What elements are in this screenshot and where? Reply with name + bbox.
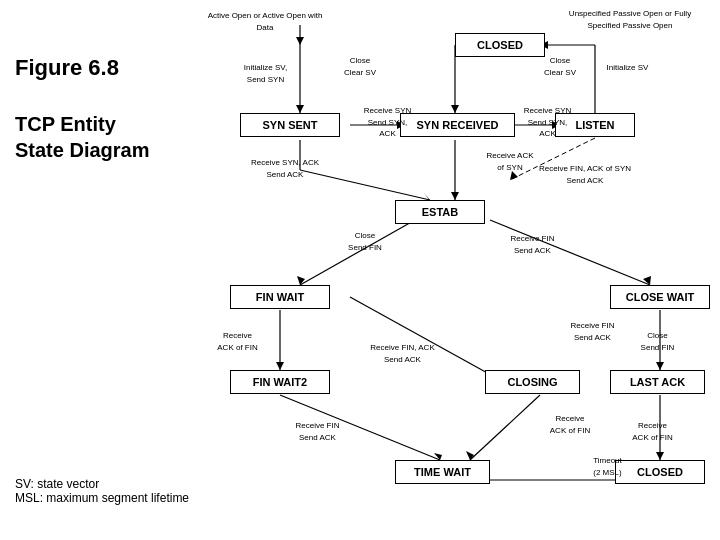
state-last-ack: LAST ACK [610,370,705,394]
svg-marker-28 [434,453,442,460]
diagram-area: CLOSED SYN SENT SYN RECEIVED LISTEN ESTA… [200,5,710,535]
label-init-sv-right: Initialize SV [590,62,665,74]
label-close-send-fin-right: CloseSend FIN [625,330,690,353]
state-syn-sent: SYN SENT [240,113,340,137]
label-receive-fin-ack-of-syn: Receive FIN, ACK of SYNSend ACK [530,163,640,186]
svg-marker-18 [297,276,305,285]
state-fin-wait: FIN WAIT [230,285,330,309]
label-init-sv-send-syn: Initialize SV,Send SYN [228,62,303,85]
label-close-clear-sv-right: CloseClear SV [530,55,590,78]
svg-marker-32 [656,452,664,460]
svg-marker-20 [643,276,651,285]
label-close-send-fin-left: CloseSend FIN [335,230,395,253]
figure-title: Figure 6.8 [15,55,150,81]
label-unspecified-passive: Unspecified Passive Open or Fully Specif… [560,8,700,31]
label-receive-syn-ack: Receive SYN, ACKSend ACK [240,157,330,180]
diagram-title: TCP Entity State Diagram [15,111,150,163]
label-close-clear-sv-left: CloseClear SV [330,55,390,78]
label-active-open: Active Open or Active Open with Data [205,10,325,33]
label-receive-fin-send-ack: Receive FINSend ACK [495,233,570,256]
label-receive-fin-send-ack2: Receive FINSend ACK [555,320,630,343]
state-closing: CLOSING [485,370,580,394]
page-container: Figure 6.8 TCP Entity State Diagram SV: … [0,0,720,540]
svg-marker-22 [276,362,284,370]
label-receive-fin-send-ack3: Receive FINSend ACK [280,420,355,443]
svg-marker-26 [656,362,664,370]
label-receive-ack-of-hin: ReceiveACK of FIN [615,420,690,443]
state-close-wait: CLOSE WAIT [610,285,710,309]
label-receive-ack-of-fin2: ReceiveACK of FIN [535,413,605,436]
label-receive-syn-right: Receive SYNSend SYN,ACK [515,105,580,140]
left-text-panel: Figure 6.8 TCP Entity State Diagram [15,55,150,163]
label-timeout-2msl: Timeout(2 MSL) [575,455,640,478]
state-time-wait: TIME WAIT [395,460,490,484]
svg-line-23 [350,297,500,380]
state-estab: ESTAB [395,200,485,224]
state-fin-wait2: FIN WAIT2 [230,370,330,394]
svg-marker-11 [451,192,459,200]
label-receive-ack-of-fin: ReceiveACK of FIN [200,330,275,353]
svg-marker-5 [451,105,459,113]
svg-line-29 [470,395,540,460]
bottom-text: SV: state vector MSL: maximum segment li… [15,477,189,505]
state-closed-top: CLOSED [455,33,545,57]
svg-marker-30 [466,451,474,460]
svg-marker-3 [296,37,304,45]
label-receive-syn-left: Receive SYNSend SYN,ACK [355,105,420,140]
label-receive-fin-ack-send-ack: Receive FIN, ACKSend ACK [355,342,450,365]
svg-marker-1 [296,105,304,113]
